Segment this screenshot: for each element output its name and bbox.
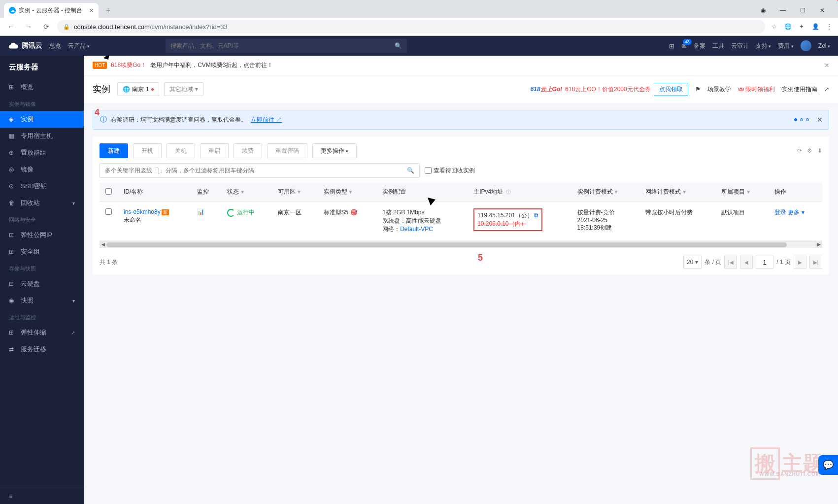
- recycle-checkbox[interactable]: 查看待回收实例: [425, 167, 475, 175]
- col-project[interactable]: 所属项目▼: [715, 183, 769, 202]
- sidebar-item-recycle[interactable]: 🗑回收站▾: [0, 195, 84, 211]
- close-window-button[interactable]: ✕: [812, 3, 832, 17]
- more-link[interactable]: 更多 ▾: [788, 209, 804, 216]
- banner-link[interactable]: 618续费Go！: [111, 61, 146, 69]
- instance-id[interactable]: ins-e5kmho8y: [124, 208, 161, 215]
- nav-beian[interactable]: 备案: [694, 42, 705, 50]
- next-page-button[interactable]: ▶: [794, 256, 806, 269]
- col-ip[interactable]: 主IPv4地址 ⓘ: [468, 183, 571, 202]
- region-selector[interactable]: 🌐 南京 1: [117, 82, 159, 96]
- nav-tools[interactable]: 工具: [712, 42, 724, 50]
- recycle-chk[interactable]: [425, 167, 432, 174]
- sidebar-item-instance[interactable]: ◈实例: [0, 111, 84, 128]
- start-button[interactable]: 开机: [133, 143, 162, 158]
- download-icon[interactable]: ⬇: [817, 147, 822, 154]
- profile-icon[interactable]: 👤: [810, 22, 820, 32]
- search-input[interactable]: [170, 42, 395, 49]
- avatar[interactable]: [801, 40, 811, 51]
- alert-link[interactable]: 立即前往 ↗: [251, 116, 282, 124]
- nav-user[interactable]: Zel: [818, 42, 830, 49]
- nav-audit[interactable]: 云审计: [731, 42, 749, 50]
- sidebar-item-sg[interactable]: ⊞安全组: [0, 243, 84, 260]
- link-guide[interactable]: 实例使用指南: [782, 85, 817, 94]
- mail-icon[interactable]: ✉43: [681, 42, 687, 50]
- forward-button[interactable]: →: [22, 23, 35, 31]
- col-netbilling[interactable]: 网络计费模式▼: [639, 183, 715, 202]
- stop-button[interactable]: 关机: [167, 143, 195, 158]
- browser-tab[interactable]: ☁ 实例 - 云服务器 - 控制台 ×: [4, 3, 99, 18]
- col-status[interactable]: 状态▼: [221, 183, 272, 202]
- sidebar-item-image[interactable]: ◎镜像: [0, 161, 84, 178]
- translate-icon[interactable]: 🌐: [783, 22, 793, 32]
- sidebar-item-host[interactable]: ▦专用宿主机: [0, 128, 84, 144]
- promo-claim-button[interactable]: 点我领取: [654, 83, 688, 96]
- extensions-icon[interactable]: ✦: [797, 22, 806, 32]
- col-id[interactable]: ID/名称: [118, 183, 191, 202]
- sidebar-item-ssh[interactable]: ⊙SSH密钥: [0, 178, 84, 195]
- row-chk[interactable]: [105, 208, 112, 215]
- table-row[interactable]: ins-e5kmho8y新 未命名 📊 运行中 南京一区 标准型S5 🎯 1核 …: [100, 202, 822, 241]
- maximize-button[interactable]: ☐: [793, 3, 812, 17]
- sidebar-collapse[interactable]: ≡: [0, 487, 84, 504]
- filter-field[interactable]: [105, 167, 407, 174]
- banner-close-icon[interactable]: ×: [825, 61, 829, 70]
- new-button[interactable]: 新建: [100, 143, 128, 158]
- sidebar-item-as[interactable]: ⊞弹性伸缩↗: [0, 324, 84, 341]
- account-icon[interactable]: ◉: [753, 3, 773, 17]
- alert-pagination[interactable]: [794, 118, 809, 121]
- page-size-select[interactable]: 20 ▾: [683, 256, 702, 269]
- sidebar-item-overview[interactable]: ⊞概览: [0, 79, 84, 96]
- first-page-button[interactable]: |◀: [724, 256, 737, 269]
- nav-products[interactable]: 云产品: [68, 42, 90, 50]
- nav-overview[interactable]: 总览: [49, 42, 61, 50]
- tab-close-icon[interactable]: ×: [89, 6, 93, 14]
- col-type[interactable]: 实例类型▼: [318, 183, 377, 202]
- apps-icon[interactable]: ⊞: [669, 42, 674, 50]
- login-link[interactable]: 登录: [774, 209, 786, 216]
- sidebar-item-eip[interactable]: ⊡弹性公网IP: [0, 227, 84, 243]
- chat-fab[interactable]: 💬: [818, 455, 838, 475]
- col-billing[interactable]: 实例计费模式▼: [571, 183, 640, 202]
- reload-button[interactable]: ⟳: [39, 23, 53, 31]
- filter-input[interactable]: 🔍: [100, 163, 420, 178]
- scroll-thumb[interactable]: [106, 242, 787, 247]
- scroll-right-icon[interactable]: ▶: [815, 241, 822, 248]
- region-other[interactable]: 其它地域 ▾: [164, 82, 203, 96]
- more-actions-button[interactable]: 更多操作: [312, 143, 357, 158]
- settings-icon[interactable]: ⚙: [807, 147, 812, 154]
- page-input[interactable]: [756, 256, 773, 269]
- restart-button[interactable]: 重启: [200, 143, 229, 158]
- link-scene[interactable]: 场景教学: [707, 85, 731, 94]
- url-input[interactable]: 🔒 console.cloud.tencent.com/cvm/instance…: [57, 20, 765, 34]
- renew-button[interactable]: 续费: [234, 143, 262, 158]
- select-all-chk[interactable]: [105, 188, 112, 195]
- sidebar-item-migrate[interactable]: ⇄服务迁移: [0, 341, 84, 358]
- col-monitor[interactable]: 监控: [191, 183, 222, 202]
- col-az[interactable]: 可用区▼: [272, 183, 318, 202]
- last-page-button[interactable]: ▶|: [809, 256, 822, 269]
- menu-icon[interactable]: ⋮: [824, 22, 834, 32]
- alert-close-icon[interactable]: ✕: [817, 116, 823, 124]
- link-limited[interactable]: 🎟 限时领福利: [738, 85, 775, 94]
- cell-monitor[interactable]: 📊: [191, 202, 222, 241]
- nav-fees[interactable]: 费用: [778, 42, 794, 50]
- refresh-icon[interactable]: ⟳: [797, 147, 802, 154]
- prev-page-button[interactable]: ◀: [740, 256, 753, 269]
- vpc-link[interactable]: Default-VPC: [400, 226, 433, 233]
- minimize-button[interactable]: —: [773, 3, 793, 17]
- sidebar-item-placement[interactable]: ⊕置放群组: [0, 144, 84, 161]
- new-tab-button[interactable]: +: [102, 6, 114, 15]
- search-icon[interactable]: 🔍: [407, 167, 414, 174]
- nav-support[interactable]: 支持: [756, 42, 771, 50]
- global-search[interactable]: 🔍: [166, 39, 407, 53]
- copy-icon[interactable]: ⧉: [534, 212, 538, 219]
- brand-logo[interactable]: 腾讯云: [8, 40, 42, 51]
- resetpw-button[interactable]: 重置密码: [267, 143, 307, 158]
- sidebar-item-snapshot[interactable]: ◉快照▾: [0, 292, 84, 309]
- sidebar-item-cbs[interactable]: ⊟云硬盘: [0, 275, 84, 292]
- star-icon[interactable]: ☆: [769, 22, 779, 32]
- scroll-track[interactable]: [106, 241, 815, 248]
- back-button[interactable]: ←: [4, 23, 18, 31]
- col-config[interactable]: 实例配置: [376, 183, 468, 202]
- search-icon[interactable]: 🔍: [395, 42, 402, 49]
